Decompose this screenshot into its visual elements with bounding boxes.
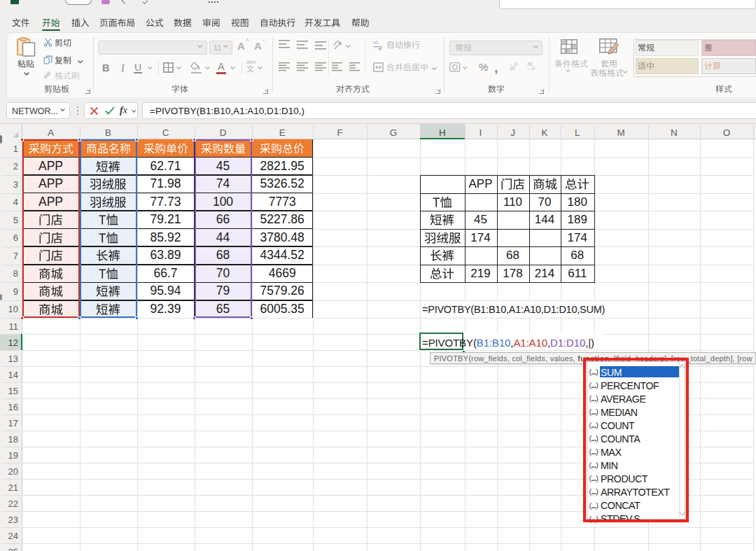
svg-text:ab: ab <box>373 40 379 45</box>
